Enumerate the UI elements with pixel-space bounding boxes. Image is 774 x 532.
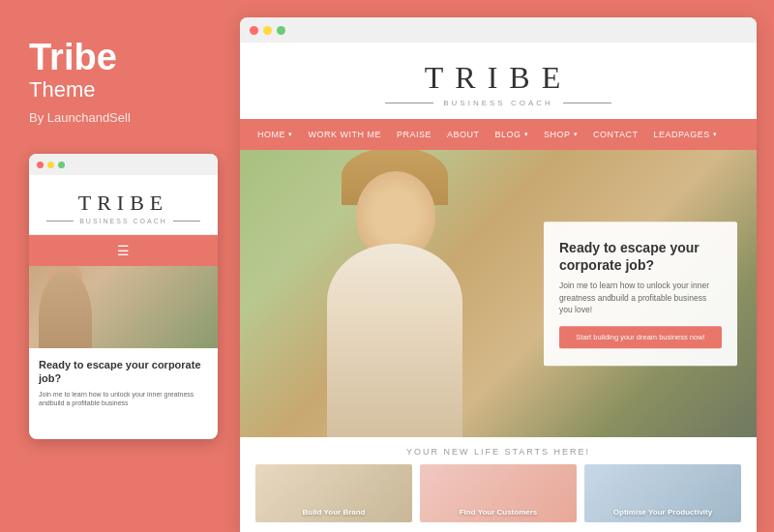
mobile-logo-tagline: BUSINESS COACH xyxy=(79,218,167,224)
mobile-hero-body: Join me to learn how to unlock your inne… xyxy=(39,390,208,409)
nav-item-leadpages[interactable]: LEADPAGES ▾ xyxy=(645,119,725,150)
mobile-nav-bar: ☰ xyxy=(29,235,218,266)
mobile-hero-figure xyxy=(39,271,92,348)
desktop-nav: HOME ▾ WORK WITH ME PRAISE ABOUT BLOG ▾ … xyxy=(240,119,757,150)
nav-label-work: WORK WITH ME xyxy=(309,130,382,139)
hero-cta-button[interactable]: Start building your dream business now! xyxy=(559,326,722,348)
desktop-hero: Ready to escape your corporate job? Join… xyxy=(240,150,757,437)
mobile-content: Ready to escape your corporate job? Join… xyxy=(29,348,218,418)
mobile-logo-hr-right xyxy=(173,221,200,222)
theme-author: By LaunchandSell xyxy=(29,110,211,125)
bottom-section-title: YOUR NEW LIFE STARTS HERE! xyxy=(255,447,741,457)
mobile-hero-heading: Ready to escape your corporate job? xyxy=(39,358,208,386)
hero-person xyxy=(298,215,491,437)
card-build-brand-label: Build Your Brand xyxy=(255,508,412,517)
bottom-cards: Build Your Brand Find Your Customers Opt… xyxy=(255,464,741,522)
desktop-preview: TRIBE BUSINESS COACH HOME ▾ WORK WITH ME… xyxy=(240,17,757,532)
chevron-down-icon-leadpages: ▾ xyxy=(713,131,718,138)
nav-item-work[interactable]: WORK WITH ME xyxy=(301,119,390,150)
card-build-brand[interactable]: Build Your Brand xyxy=(255,464,412,522)
nav-label-about: ABOUT xyxy=(447,130,480,139)
mobile-dot-yellow xyxy=(47,162,54,168)
hero-person-body xyxy=(327,244,462,437)
chevron-down-icon-blog: ▾ xyxy=(524,131,529,138)
nav-label-shop: SHOP xyxy=(544,130,571,139)
desktop-logo-hr-left xyxy=(385,103,433,103)
nav-item-blog[interactable]: BLOG ▾ xyxy=(488,119,537,150)
mobile-dot-red xyxy=(37,162,44,168)
mobile-hero-image xyxy=(29,266,218,348)
mobile-preview: TRIBE BUSINESS COACH ☰ Ready to escape y… xyxy=(29,154,218,439)
desktop-logo-line: BUSINESS COACH xyxy=(259,99,737,107)
nav-item-about[interactable]: ABOUT xyxy=(439,119,488,150)
nav-item-contact[interactable]: CONTACT xyxy=(585,119,645,150)
card-optimise-productivity-label: Optimise Your Productivity xyxy=(584,508,741,517)
desktop-browser-bar xyxy=(240,17,757,43)
chevron-down-icon-shop: ▾ xyxy=(574,131,579,138)
desktop-logo-hr-right xyxy=(563,103,611,103)
mobile-dot-green xyxy=(58,162,65,168)
card-find-customers[interactable]: Find Your Customers xyxy=(420,464,577,522)
theme-title: Tribe xyxy=(29,39,211,75)
card-find-customers-label: Find Your Customers xyxy=(420,508,577,517)
nav-label-blog: BLOG xyxy=(495,130,521,139)
desktop-logo-text: TRIBE xyxy=(259,60,737,96)
mobile-logo-line: BUSINESS COACH xyxy=(39,218,208,224)
card-optimise-productivity[interactable]: Optimise Your Productivity xyxy=(584,464,741,522)
desktop-bottom-section: YOUR NEW LIFE STARTS HERE! Build Your Br… xyxy=(240,437,757,532)
nav-label-leadpages: LEADPAGES xyxy=(653,130,709,139)
desktop-site-header: TRIBE BUSINESS COACH xyxy=(240,43,757,119)
nav-item-praise[interactable]: PRAISE xyxy=(389,119,439,150)
theme-subtitle: Theme xyxy=(29,77,211,103)
mobile-header: TRIBE BUSINESS COACH xyxy=(29,175,218,235)
mobile-browser-bar xyxy=(29,154,218,175)
nav-label-contact: CONTACT xyxy=(593,130,638,139)
desktop-dot-green xyxy=(277,26,285,35)
mobile-logo-hr-left xyxy=(46,221,74,222)
desktop-dot-red xyxy=(250,26,258,35)
desktop-logo-tagline: BUSINESS COACH xyxy=(443,99,553,107)
hero-overlay: Ready to escape your corporate job? Join… xyxy=(544,222,737,367)
desktop-dot-yellow xyxy=(263,26,272,35)
left-panel: Tribe Theme By LaunchandSell TRIBE BUSIN… xyxy=(0,0,240,532)
nav-item-shop[interactable]: SHOP ▾ xyxy=(536,119,585,150)
hamburger-icon[interactable]: ☰ xyxy=(117,243,130,258)
hero-overlay-text: Join me to learn how to unlock your inne… xyxy=(559,280,722,316)
nav-label-home: HOME xyxy=(257,130,285,139)
nav-item-home[interactable]: HOME ▾ xyxy=(250,119,301,150)
chevron-down-icon: ▾ xyxy=(288,131,293,138)
nav-label-praise: PRAISE xyxy=(397,130,432,139)
mobile-logo-text: TRIBE xyxy=(39,191,208,216)
hero-overlay-title: Ready to escape your corporate job? xyxy=(559,239,722,274)
